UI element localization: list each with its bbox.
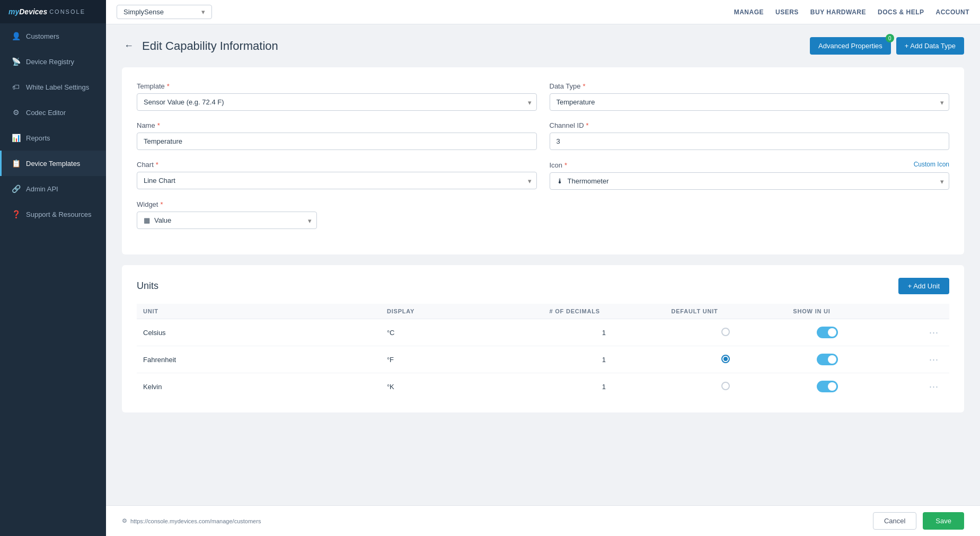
url-text: https://console.mydevices.com/manage/cus… <box>130 518 261 524</box>
add-data-type-button[interactable]: + Add Data Type <box>896 37 964 55</box>
widget-select[interactable]: ▦ Value <box>137 212 317 229</box>
toggle-celsius[interactable] <box>817 327 838 338</box>
reports-icon: 📊 <box>11 134 21 142</box>
template-select[interactable]: Sensor Value (e.g. 72.4 F) <box>137 93 537 111</box>
name-group: Name * <box>137 121 537 150</box>
nav-buy-hardware[interactable]: BUY HARDWARE <box>810 8 866 16</box>
custom-icon-link[interactable]: Custom Icon <box>914 161 949 168</box>
cancel-button[interactable]: Cancel <box>873 512 916 530</box>
capability-form: Template * Sensor Value (e.g. 72.4 F) Da… <box>122 67 964 254</box>
footer-actions: Cancel Save <box>873 512 964 530</box>
add-data-type-label: + Add Data Type <box>905 42 956 50</box>
icon-select[interactable]: 🌡 Thermometer <box>550 172 950 190</box>
table-row: Kelvin °K 1 ··· <box>137 373 949 400</box>
sidebar-item-label: White Label Settings <box>26 83 89 91</box>
sidebar-item-customers[interactable]: 👤 Customers <box>0 23 106 49</box>
toggle-kelvin[interactable] <box>817 381 838 392</box>
sidebar-item-label: Customers <box>26 32 59 40</box>
sidebar-item-codec-editor[interactable]: ⚙ Codec Editor <box>0 100 106 125</box>
nav-users[interactable]: USERS <box>775 8 799 16</box>
codec-editor-icon: ⚙ <box>11 108 21 117</box>
nav-docs-help[interactable]: DOCS & HELP <box>878 8 924 16</box>
app-logo: myDevices CONSOLE <box>0 0 106 23</box>
toggle-fahrenheit[interactable] <box>817 354 838 365</box>
sidebar-item-label: Admin API <box>26 185 58 193</box>
sidebar-item-device-templates[interactable]: 📋 Device Templates <box>0 151 106 176</box>
name-input[interactable] <box>137 133 537 150</box>
unit-show-fahrenheit <box>787 346 868 373</box>
col-header-unit: UNIT <box>137 304 381 319</box>
footer-url: ⚙ https://console.mydevices.com/manage/c… <box>122 517 261 524</box>
support-icon: ❓ <box>11 210 21 218</box>
required-star: * <box>583 82 586 90</box>
channel-id-input[interactable] <box>550 133 950 150</box>
icon-select-wrapper: 🌡 Thermometer <box>550 172 950 190</box>
sidebar-item-label: Device Templates <box>26 160 80 168</box>
col-header-default-unit: DEFAULT UNIT <box>665 304 787 319</box>
unit-default-celsius <box>665 319 787 346</box>
chart-select[interactable]: Line Chart <box>137 172 537 189</box>
unit-decimals-kelvin: 1 <box>543 373 665 400</box>
form-row-2: Name * Channel ID * <box>137 121 949 150</box>
data-type-label: Data Type * <box>550 82 950 90</box>
sidebar-item-white-label[interactable]: 🏷 White Label Settings <box>0 74 106 100</box>
required-star: * <box>586 121 589 129</box>
sidebar-item-label: Codec Editor <box>26 109 66 117</box>
logo-my: myDevices <box>8 7 47 16</box>
customers-icon: 👤 <box>11 32 21 40</box>
back-button[interactable]: ← <box>122 39 136 52</box>
radio-fahrenheit[interactable] <box>721 355 730 363</box>
unit-name-celsius: Celsius <box>137 319 381 346</box>
unit-actions-kelvin: ··· <box>868 373 949 400</box>
advanced-properties-button[interactable]: Advanced Properties 0 <box>810 37 891 55</box>
required-star: * <box>564 161 567 169</box>
sidebar-item-device-registry[interactable]: 📡 Device Registry <box>0 49 106 74</box>
org-selector-value: SimplySense <box>123 8 164 16</box>
page-header: ← Edit Capability Information Advanced P… <box>122 37 964 55</box>
add-unit-button[interactable]: + Add Unit <box>898 278 949 294</box>
sidebar-item-admin-api[interactable]: 🔗 Admin API <box>0 176 106 201</box>
col-header-display: DISPLAY <box>381 304 543 319</box>
toggle-slider <box>817 327 838 338</box>
unit-display-fahrenheit: °F <box>381 346 543 373</box>
sidebar-item-support[interactable]: ❓ Support & Resources <box>0 201 106 227</box>
data-type-select[interactable]: Temperature <box>550 93 950 111</box>
chart-group: Chart * Line Chart <box>137 161 537 190</box>
table-row: Celsius °C 1 ··· <box>137 319 949 346</box>
radio-kelvin[interactable] <box>721 382 730 390</box>
thermometer-icon: 🌡 <box>557 177 563 185</box>
template-label: Template * <box>137 82 537 90</box>
radio-celsius[interactable] <box>721 328 730 336</box>
nav-account[interactable]: ACCOUNT <box>936 8 970 16</box>
form-row-1: Template * Sensor Value (e.g. 72.4 F) Da… <box>137 82 949 111</box>
dots-menu-fahrenheit[interactable]: ··· <box>925 352 943 367</box>
widget-icon: ▦ <box>144 216 150 224</box>
main-wrapper: SimplySense ▾ MANAGE USERS BUY HARDWARE … <box>106 0 980 536</box>
dots-menu-celsius[interactable]: ··· <box>925 325 943 340</box>
topbar: SimplySense ▾ MANAGE USERS BUY HARDWARE … <box>106 0 980 24</box>
topbar-nav: MANAGE USERS BUY HARDWARE DOCS & HELP AC… <box>734 8 969 16</box>
unit-display-kelvin: °K <box>381 373 543 400</box>
unit-name-kelvin: Kelvin <box>137 373 381 400</box>
table-body: Celsius °C 1 ··· <box>137 319 949 400</box>
table-row: Fahrenheit °F 1 ·· <box>137 346 949 373</box>
widget-select-wrapper: ▦ Value <box>137 212 317 229</box>
unit-decimals-fahrenheit: 1 <box>543 346 665 373</box>
units-title: Units <box>137 280 158 292</box>
chart-select-wrapper: Line Chart <box>137 172 537 189</box>
sidebar-item-reports[interactable]: 📊 Reports <box>0 125 106 151</box>
nav-manage[interactable]: MANAGE <box>734 8 764 16</box>
unit-name-fahrenheit: Fahrenheit <box>137 346 381 373</box>
gear-icon: ⚙ <box>122 517 127 524</box>
dots-menu-kelvin[interactable]: ··· <box>925 379 943 394</box>
col-header-actions <box>868 304 949 319</box>
save-button[interactable]: Save <box>923 512 964 530</box>
icon-group: Icon * Custom Icon 🌡 Thermometer <box>550 161 950 190</box>
sidebar-item-label: Support & Resources <box>26 210 92 218</box>
org-selector[interactable]: SimplySense ▾ <box>117 5 212 19</box>
toggle-slider <box>817 381 838 392</box>
channel-id-group: Channel ID * <box>550 121 950 150</box>
unit-actions-fahrenheit: ··· <box>868 346 949 373</box>
template-select-wrapper: Sensor Value (e.g. 72.4 F) <box>137 93 537 111</box>
widget-label: Widget * <box>137 200 317 208</box>
